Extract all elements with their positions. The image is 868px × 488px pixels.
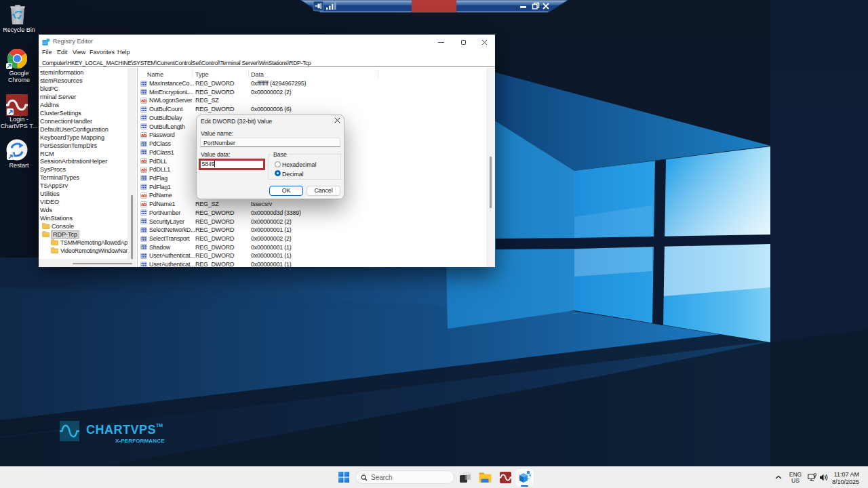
svg-text:ab: ab <box>141 98 146 103</box>
svg-text:ab: ab <box>141 159 146 163</box>
svg-text:ab: ab <box>141 193 146 198</box>
svg-text:ab: ab <box>141 201 146 206</box>
svg-text:ab: ab <box>141 167 146 171</box>
svg-text:ab: ab <box>141 133 146 138</box>
